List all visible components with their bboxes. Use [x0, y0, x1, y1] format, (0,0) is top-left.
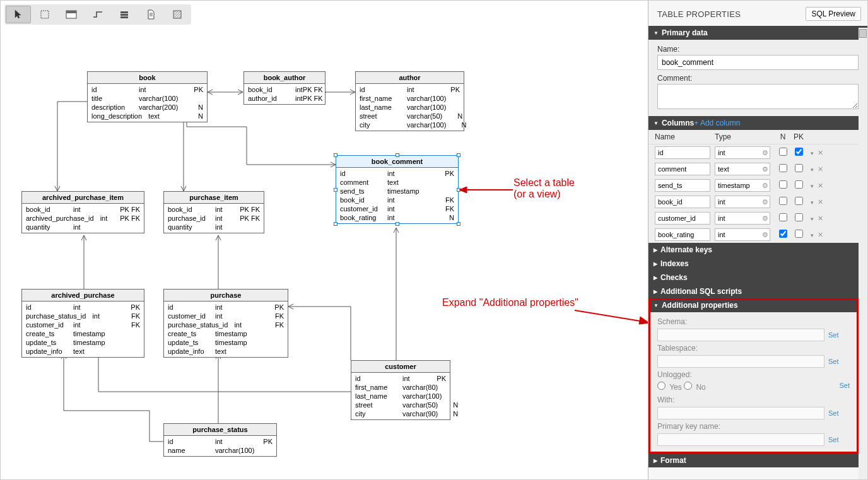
entity-column: idintPK — [336, 169, 458, 178]
with-input[interactable] — [657, 407, 824, 419]
unlogged-set[interactable]: Set — [839, 382, 850, 389]
section-columns[interactable]: Columns+ Add column — [648, 116, 867, 130]
entity-column: update_tstimestamp — [164, 338, 288, 347]
tablespace-input[interactable] — [657, 355, 824, 368]
section-checks[interactable]: Checks — [648, 271, 867, 284]
gear-icon[interactable]: ⚙ — [762, 198, 768, 206]
pkname-input[interactable] — [657, 433, 824, 446]
erd-canvas[interactable]: book idintPKtitlevarchar(100)description… — [1, 1, 645, 480]
chevron-down-icon[interactable]: ▾ — [811, 216, 814, 222]
entity-book-comment[interactable]: book_comment idintPKcommenttextsend_tsti… — [336, 155, 459, 224]
add-column-button[interactable]: + Add column — [694, 119, 740, 127]
unlogged-no[interactable] — [684, 382, 692, 390]
entity-column: commenttext — [336, 178, 458, 187]
close-icon[interactable]: ✕ — [818, 149, 823, 156]
section-primary-data[interactable]: Primary data — [648, 26, 867, 40]
pkname-set[interactable]: Set — [828, 436, 839, 443]
close-icon[interactable]: ✕ — [818, 231, 823, 238]
column-name-input[interactable] — [655, 146, 710, 159]
chevron-down-icon[interactable]: ▾ — [811, 167, 814, 173]
section-additional-properties[interactable]: Additional properties — [648, 298, 867, 312]
close-icon[interactable]: ✕ — [818, 198, 823, 206]
entity-customer[interactable]: customer idintPKfirst_namevarchar(80)las… — [351, 360, 450, 420]
column-nullable-checkbox[interactable] — [779, 197, 787, 205]
entity-column: long_descriptiontextN — [88, 112, 207, 120]
column-pk-checkbox[interactable] — [795, 213, 803, 221]
chevron-right-icon — [654, 288, 657, 295]
entity-purchase[interactable]: purchase idintPKcustomer_idintFKpurchase… — [163, 289, 288, 358]
column-nullable-checkbox[interactable] — [779, 230, 787, 238]
entity-column: first_namevarchar(100) — [356, 94, 464, 103]
schema-set[interactable]: Set — [828, 331, 839, 339]
chevron-down-icon[interactable]: ▾ — [811, 183, 814, 189]
entity-column: idintPK — [88, 85, 207, 94]
entity-column: idintPK — [22, 303, 144, 312]
gear-icon[interactable]: ⚙ — [762, 231, 768, 239]
column-name-input[interactable] — [655, 228, 710, 241]
column-pk-checkbox[interactable] — [795, 230, 803, 238]
entity-column: descriptionvarchar(200)N — [88, 103, 207, 112]
entity-author[interactable]: author idintPKfirst_namevarchar(100)last… — [355, 71, 464, 131]
entity-archived-purchase-item[interactable]: archived_purchase_item book_idintPK FKar… — [21, 191, 144, 233]
column-nullable-checkbox[interactable] — [779, 148, 787, 156]
entity-purchase-item[interactable]: purchase_item book_idintPK FKpurchase_id… — [163, 191, 264, 233]
entity-column: book_idintPK FK — [22, 205, 144, 214]
chevron-down-icon[interactable]: ▾ — [811, 232, 814, 238]
column-name-input[interactable] — [655, 179, 710, 192]
section-format[interactable]: Format — [648, 454, 867, 467]
gear-icon[interactable]: ⚙ — [762, 165, 768, 173]
section-alternate-keys[interactable]: Alternate keys — [648, 243, 867, 257]
sql-preview-button[interactable]: SQL Preview — [806, 7, 861, 21]
chevron-right-icon — [654, 247, 657, 253]
tablespace-set[interactable]: Set — [828, 358, 839, 365]
chevron-down-icon[interactable]: ▾ — [811, 199, 814, 206]
chevron-down-icon[interactable]: ▾ — [811, 150, 814, 156]
entity-column: book_idintPK FK — [164, 205, 264, 214]
schema-input[interactable] — [657, 329, 824, 341]
chevron-down-icon — [654, 120, 659, 126]
entity-column: titlevarchar(100) — [88, 94, 207, 103]
gear-icon[interactable]: ⚙ — [762, 149, 768, 157]
entity-column: update_infotext — [22, 347, 144, 356]
column-row: ⚙ ▾✕ — [648, 210, 867, 226]
column-row: ⚙ ▾✕ — [648, 194, 867, 210]
properties-sidebar: TABLE PROPERTIES SQL Preview Primary dat… — [648, 1, 867, 479]
entity-column: customer_idintFK — [22, 320, 144, 329]
name-label: Name: — [657, 45, 859, 54]
entity-column: archived_purchase_idintPK FK — [22, 214, 144, 223]
close-icon[interactable]: ✕ — [818, 214, 823, 222]
name-input[interactable] — [657, 55, 859, 70]
entity-column: idintPK — [356, 85, 464, 94]
column-name-input[interactable] — [655, 212, 710, 225]
column-name-input[interactable] — [655, 196, 710, 208]
gear-icon[interactable]: ⚙ — [762, 214, 768, 223]
column-nullable-checkbox[interactable] — [779, 213, 787, 221]
entity-column: customer_idintFK — [336, 204, 458, 213]
with-set[interactable]: Set — [828, 409, 839, 417]
sidebar-scrollbar[interactable] — [859, 28, 867, 479]
entity-column: last_namevarchar(100) — [356, 103, 464, 112]
column-pk-checkbox[interactable] — [795, 180, 803, 189]
entity-book-author[interactable]: book_author book_idintPK FKauthor_idintP… — [243, 71, 326, 105]
column-name-input[interactable] — [655, 163, 710, 175]
column-pk-checkbox[interactable] — [795, 164, 803, 172]
sidebar-scroll-thumb[interactable] — [859, 29, 867, 38]
chevron-down-icon — [654, 30, 659, 36]
annotation-expand-additional: Expand "Additional properties" — [442, 297, 578, 308]
entity-archived-purchase[interactable]: archived_purchase idintPKpurchase_status… — [21, 289, 144, 358]
close-icon[interactable]: ✕ — [818, 182, 823, 189]
column-pk-checkbox[interactable] — [795, 148, 803, 156]
column-pk-checkbox[interactable] — [795, 197, 803, 205]
section-indexes[interactable]: Indexes — [648, 257, 867, 271]
section-additional-sql[interactable]: Additional SQL scripts — [648, 284, 867, 298]
unlogged-yes[interactable] — [657, 382, 666, 390]
comment-input[interactable] — [657, 84, 859, 109]
entity-column: send_tstimestamp — [336, 187, 458, 196]
entity-column: first_namevarchar(80) — [351, 383, 450, 392]
entity-purchase-status[interactable]: purchase_status idintPKnamevarchar(100) — [163, 423, 277, 457]
column-nullable-checkbox[interactable] — [779, 180, 787, 189]
close-icon[interactable]: ✕ — [818, 165, 823, 173]
entity-book[interactable]: book idintPKtitlevarchar(100)description… — [87, 71, 208, 122]
gear-icon[interactable]: ⚙ — [762, 182, 768, 190]
column-nullable-checkbox[interactable] — [779, 164, 787, 172]
